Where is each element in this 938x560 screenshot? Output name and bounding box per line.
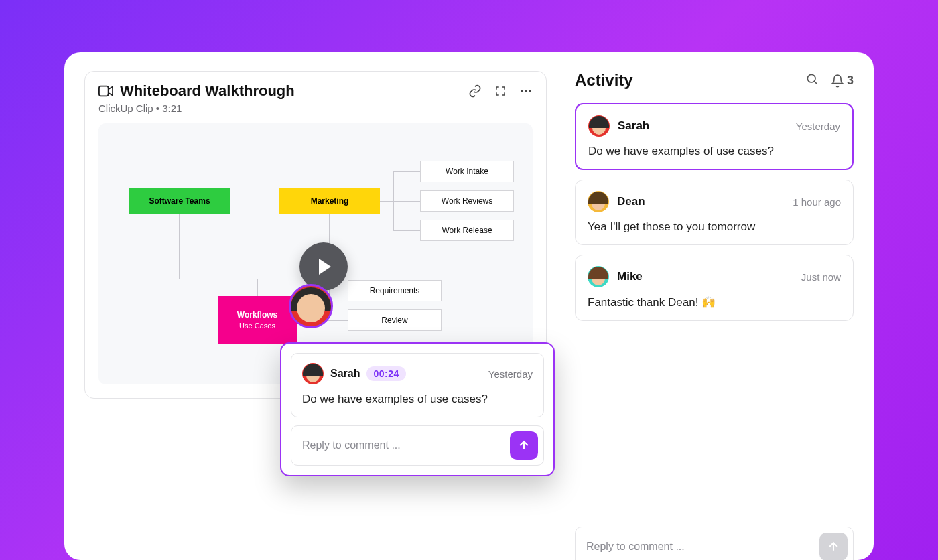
activity-comment[interactable]: Sarah Yesterday Do we have examples of u… — [575, 103, 854, 170]
svg-point-1 — [521, 90, 523, 92]
clip-actions — [468, 84, 533, 98]
activity-send-button[interactable] — [819, 533, 848, 560]
comment-time: 1 hour ago — [793, 196, 841, 208]
svg-point-4 — [807, 74, 815, 82]
comment-author: Mike — [617, 270, 643, 283]
popup-reply-input[interactable]: Reply to comment ... — [291, 425, 544, 466]
bell-icon — [831, 74, 844, 88]
comment-author: Sarah — [618, 119, 649, 133]
comment-time: Just now — [801, 271, 841, 283]
svg-point-3 — [529, 90, 531, 92]
presenter-avatar — [289, 284, 333, 328]
node-work-intake[interactable]: Work Intake — [420, 161, 514, 182]
popup-author: Sarah — [330, 368, 360, 380]
node-review[interactable]: Review — [348, 309, 442, 331]
popup-comment-card[interactable]: Sarah 00:24 Yesterday Do we have example… — [291, 353, 544, 417]
popup-reply-placeholder: Reply to comment ... — [302, 439, 401, 451]
popup-send-button[interactable] — [510, 431, 538, 460]
node-marketing[interactable]: Marketing — [279, 188, 380, 214]
notifications-button[interactable]: 3 — [831, 74, 854, 88]
video-icon — [98, 85, 113, 97]
comment-author: Dean — [617, 195, 645, 208]
popup-body: Do we have examples of use cases? — [302, 391, 533, 407]
node-work-reviews[interactable]: Work Reviews — [420, 190, 514, 212]
activity-panel: Activity 3 Sarah Yesterday Do we have ex — [575, 71, 854, 560]
avatar-sarah — [302, 363, 324, 384]
node-software-teams[interactable]: Software Teams — [129, 188, 230, 214]
link-icon[interactable] — [468, 84, 482, 98]
more-icon[interactable] — [519, 84, 533, 98]
avatar-sarah — [588, 115, 610, 137]
clip-panel: Whiteboard Walkthrough ClickUp Clip • 3:… — [84, 71, 547, 560]
activity-reply-placeholder: Reply to comment ... — [586, 541, 685, 553]
activity-reply-input[interactable]: Reply to comment ... — [575, 527, 854, 560]
comment-time: Yesterday — [796, 121, 840, 132]
comment-body: Do we have examples of use cases? — [588, 145, 840, 158]
popup-relative-time: Yesterday — [488, 368, 533, 380]
node-work-release[interactable]: Work Release — [420, 220, 514, 241]
clip-subtitle: ClickUp Clip • 3:21 — [98, 102, 533, 114]
timestamp-badge[interactable]: 00:24 — [366, 366, 405, 381]
notification-count: 3 — [847, 74, 854, 88]
comment-popup: Sarah 00:24 Yesterday Do we have example… — [280, 342, 555, 476]
play-button[interactable] — [299, 242, 348, 291]
comment-body: Yea I'll get those to you tomorrow — [588, 220, 841, 234]
activity-heading: Activity — [575, 71, 633, 90]
expand-icon[interactable] — [494, 84, 507, 98]
search-icon[interactable] — [805, 72, 819, 88]
arrow-up-icon — [827, 540, 840, 553]
comment-body: Fantastic thank Dean! 🙌 — [588, 295, 841, 309]
avatar-mike — [588, 266, 609, 287]
activity-comment[interactable]: Dean 1 hour ago Yea I'll get those to yo… — [575, 180, 854, 245]
svg-point-2 — [525, 90, 527, 92]
activity-comment[interactable]: Mike Just now Fantastic thank Dean! 🙌 — [575, 255, 854, 321]
clip-header: Whiteboard Walkthrough — [98, 82, 533, 100]
node-workflows-sub: Use Cases — [239, 321, 275, 330]
arrow-up-icon — [517, 439, 531, 452]
clip-title: Whiteboard Walkthrough — [120, 82, 295, 100]
avatar-dean — [588, 191, 609, 212]
node-workflows[interactable]: Workflows Use Cases — [218, 296, 297, 344]
svg-rect-0 — [99, 86, 109, 96]
app-window: Whiteboard Walkthrough ClickUp Clip • 3:… — [64, 52, 874, 560]
node-requirements[interactable]: Requirements — [348, 280, 442, 301]
node-workflows-label: Workflows — [237, 310, 277, 321]
play-icon — [319, 259, 331, 275]
